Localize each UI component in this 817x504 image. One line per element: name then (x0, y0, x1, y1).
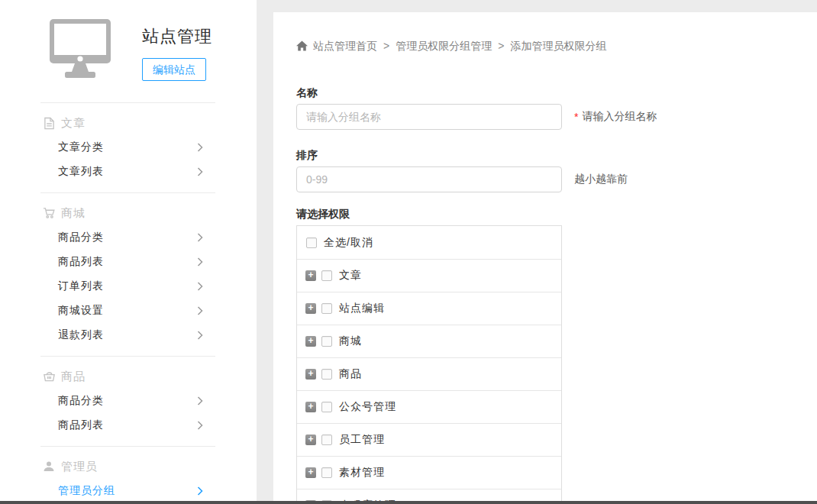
document-icon (42, 116, 56, 130)
sidebar-item-label: 商品列表 (58, 255, 104, 269)
main-panel: 站点管理首页>管理员权限分组管理>添加管理员权限分组 名称 * 请输入分组名称 … (273, 12, 817, 504)
bottom-bar (0, 501, 817, 504)
sidebar-section-header: 文章 (0, 111, 257, 135)
breadcrumb-separator: > (498, 40, 504, 52)
breadcrumb: 站点管理首页>管理员权限分组管理>添加管理员权限分组 (296, 40, 817, 52)
sidebar-item-label: 商品列表 (58, 418, 104, 432)
site-info: 站点管理 编辑站点 (142, 18, 212, 81)
name-label: 名称 (296, 86, 817, 99)
sidebar-item-label: 文章列表 (58, 165, 104, 179)
permission-checkbox[interactable] (321, 369, 332, 380)
chevron-right-icon (197, 421, 203, 430)
sidebar-header: 站点管理 编辑站点 (0, 0, 257, 81)
sidebar-section: 文章文章分类文章列表 (0, 103, 257, 192)
sort-hint-text: 越小越靠前 (574, 173, 628, 186)
sidebar-item[interactable]: 商城设置 (0, 299, 257, 323)
sort-field: 排序 越小越靠前 (296, 148, 817, 192)
permission-row: +文章 (297, 259, 561, 292)
chevron-right-icon (197, 331, 203, 340)
sort-hint: 越小越靠前 (574, 173, 628, 186)
sidebar-section-label: 管理员 (61, 460, 98, 474)
chevron-right-icon (197, 486, 203, 496)
sidebar-section-header: 商品 (0, 364, 257, 389)
sidebar-item[interactable]: 商品列表 (0, 250, 257, 274)
expand-plus-icon[interactable]: + (305, 435, 316, 445)
sort-input[interactable] (296, 166, 562, 192)
permissions-table: 全选/取消 +文章+站点编辑+商城+商品+公众号管理+员工管理+素材管理+小程序… (296, 225, 562, 504)
sidebar-section-label: 文章 (61, 116, 86, 131)
sidebar-item[interactable]: 商品分类 (0, 389, 257, 413)
permission-checkbox[interactable] (321, 270, 332, 281)
permission-checkbox[interactable] (321, 435, 332, 445)
sidebar-item[interactable]: 退款列表 (0, 323, 257, 347)
sidebar-item[interactable]: 文章列表 (0, 160, 257, 184)
permission-label: 商城 (339, 334, 362, 348)
breadcrumb-item[interactable]: 管理员权限分组管理 (396, 40, 492, 52)
sidebar-item-label: 商品分类 (58, 231, 104, 244)
required-asterisk: * (574, 111, 578, 123)
sidebar-section: 管理员管理员分组 (0, 447, 257, 504)
permission-row: +站点编辑 (297, 292, 561, 325)
permissions-field: 请选择权限 全选/取消 +文章+站点编辑+商城+商品+公众号管理+员工管理+素材… (296, 207, 817, 504)
user-icon (42, 460, 56, 473)
permission-label: 素材管理 (339, 466, 385, 480)
edit-site-button[interactable]: 编辑站点 (142, 58, 206, 81)
sidebar-item-label: 退款列表 (58, 328, 104, 342)
name-hint-text: 请输入分组名称 (582, 110, 657, 124)
permission-label: 站点编辑 (339, 302, 385, 315)
screen: 站点管理 编辑站点 文章文章分类文章列表商城商品分类商品列表订单列表商城设置退款… (0, 0, 817, 504)
permission-checkbox[interactable] (321, 467, 332, 478)
basket-icon (42, 370, 56, 383)
sidebar-item[interactable]: 文章分类 (0, 135, 257, 160)
sidebar-section: 商城商品分类商品列表订单列表商城设置退款列表 (0, 193, 257, 356)
expand-plus-icon[interactable]: + (305, 402, 316, 412)
permission-label: 公众号管理 (339, 400, 396, 414)
sidebar-item[interactable]: 管理员分组 (0, 479, 257, 503)
sidebar-item[interactable]: 商品分类 (0, 225, 257, 250)
permission-checkbox[interactable] (321, 402, 332, 412)
permission-row: +员工管理 (297, 423, 561, 456)
expand-plus-icon[interactable]: + (305, 270, 316, 281)
expand-plus-icon[interactable]: + (305, 369, 316, 380)
sidebar-nav: 文章文章分类文章列表商城商品分类商品列表订单列表商城设置退款列表商品商品分类商品… (0, 102, 257, 504)
monitor-icon (49, 18, 113, 79)
select-all-label: 全选/取消 (324, 236, 373, 250)
select-all-checkbox[interactable] (306, 237, 317, 248)
breadcrumb-separator: > (383, 40, 389, 52)
sidebar-section-label: 商城 (61, 206, 86, 221)
permission-row: +商品 (297, 357, 561, 390)
permission-checkbox[interactable] (321, 336, 332, 347)
sidebar-item[interactable]: 订单列表 (0, 274, 257, 299)
permissions-label: 请选择权限 (296, 207, 817, 221)
permission-label: 商品 (339, 367, 362, 381)
sidebar-item-label: 订单列表 (58, 279, 104, 293)
chevron-right-icon (197, 143, 203, 152)
chevron-right-icon (197, 167, 203, 176)
sidebar-item-label: 管理员分组 (58, 484, 115, 498)
chevron-right-icon (197, 282, 203, 291)
permission-row: +商城 (297, 325, 561, 357)
sidebar-section-label: 商品 (61, 370, 86, 384)
select-all-row: 全选/取消 (297, 226, 561, 259)
sidebar: 站点管理 编辑站点 文章文章分类文章列表商城商品分类商品列表订单列表商城设置退款… (0, 0, 257, 504)
sort-label: 排序 (296, 148, 817, 162)
chevron-right-icon (197, 233, 203, 242)
chevron-right-icon (197, 396, 203, 405)
permission-checkbox[interactable] (321, 303, 332, 314)
sidebar-item-label: 商品分类 (58, 394, 104, 408)
sidebar-section: 商品商品分类商品列表 (0, 357, 257, 446)
name-field: 名称 * 请输入分组名称 (296, 86, 817, 130)
expand-plus-icon[interactable]: + (305, 303, 316, 314)
sidebar-section-header: 商城 (0, 201, 257, 225)
breadcrumb-item: 添加管理员权限分组 (510, 40, 606, 52)
site-title: 站点管理 (142, 25, 212, 48)
breadcrumb-item[interactable]: 站点管理首页 (313, 40, 377, 52)
name-input[interactable] (296, 104, 562, 130)
sidebar-item[interactable]: 商品列表 (0, 413, 257, 438)
chevron-right-icon (197, 257, 203, 267)
expand-plus-icon[interactable]: + (305, 336, 316, 347)
permission-label: 员工管理 (339, 433, 385, 447)
expand-plus-icon[interactable]: + (305, 467, 316, 478)
sidebar-section-header: 管理员 (0, 454, 257, 479)
permission-row: +素材管理 (297, 456, 561, 489)
